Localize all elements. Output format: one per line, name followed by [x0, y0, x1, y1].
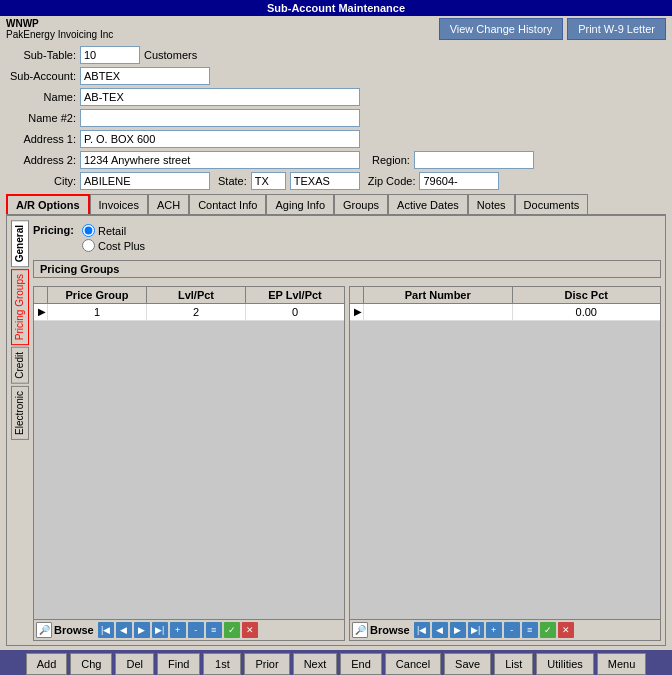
left-grid-header: Price Group Lvl/Pct EP Lvl/Pct	[34, 287, 344, 304]
right-col-disc-pct: Disc Pct	[513, 287, 661, 303]
cancel-button[interactable]: Cancel	[385, 653, 441, 675]
sub-account-input[interactable]	[80, 67, 210, 85]
browse-edit-btn[interactable]: ≡	[206, 622, 222, 638]
price-group-cell: 1	[48, 304, 147, 320]
add-button[interactable]: Add	[26, 653, 68, 675]
sub-table-label: Sub-Table:	[6, 49, 76, 61]
left-col-ep-lvl-pct: EP Lvl/Pct	[246, 287, 344, 303]
state-text-input[interactable]	[290, 172, 360, 190]
list-button[interactable]: List	[494, 653, 533, 675]
city-input[interactable]	[80, 172, 210, 190]
utilities-button[interactable]: Utilities	[536, 653, 593, 675]
left-browse-label: Browse	[54, 624, 94, 636]
tab-notes[interactable]: Notes	[468, 194, 515, 214]
lvl-pct-cell: 2	[147, 304, 246, 320]
side-tab-general[interactable]: General	[11, 220, 29, 267]
browse-add-btn[interactable]: +	[170, 622, 186, 638]
browse-prev-btn[interactable]: ◀	[116, 622, 132, 638]
browse-icon-right: 🔎	[352, 622, 368, 638]
address1-input[interactable]	[80, 130, 360, 148]
pricing-options: Retail Cost Plus	[82, 224, 145, 252]
side-tab-credit[interactable]: Credit	[11, 347, 29, 384]
app-info: WNWP PakEnergy Invoicing Inc	[6, 18, 113, 40]
state-input[interactable]	[251, 172, 286, 190]
left-browse-bar: 🔎 Browse |◀ ◀ ▶ ▶| + - ≡ ✓ ✕	[34, 619, 344, 640]
tab-documents[interactable]: Documents	[515, 194, 589, 214]
tab-groups[interactable]: Groups	[334, 194, 388, 214]
left-col-lvl-pct: Lvl/Pct	[147, 287, 246, 303]
end-button[interactable]: End	[340, 653, 382, 675]
tab-invoices[interactable]: Invoices	[90, 194, 148, 214]
part-number-cell	[364, 304, 513, 320]
pricing-label: Pricing:	[33, 224, 74, 236]
address2-input[interactable]	[80, 151, 360, 169]
menu-button[interactable]: Menu	[597, 653, 647, 675]
browse-cancel-btn[interactable]: ✕	[242, 622, 258, 638]
pricing-cost-plus-label: Cost Plus	[98, 240, 145, 252]
find-button[interactable]: Find	[157, 653, 200, 675]
company-subtitle: PakEnergy Invoicing Inc	[6, 29, 113, 40]
ep-lvl-pct-cell: 0	[246, 304, 344, 320]
save-button[interactable]: Save	[444, 653, 491, 675]
table-row: ▶ 0.00	[350, 304, 660, 321]
region-label: Region:	[372, 154, 410, 166]
pricing-cost-plus-row[interactable]: Cost Plus	[82, 239, 145, 252]
r-browse-edit-btn[interactable]: ≡	[522, 622, 538, 638]
print-w9-button[interactable]: Print W-9 Letter	[567, 18, 666, 40]
r-browse-ok-btn[interactable]: ✓	[540, 622, 556, 638]
sub-account-label: Sub-Account:	[6, 70, 76, 82]
right-grid-header: Part Number Disc Pct	[350, 287, 660, 304]
side-tabs: General Pricing Groups Credit Electronic	[11, 220, 29, 641]
address1-label: Address 1:	[6, 133, 76, 145]
pricing-retail-radio[interactable]	[82, 224, 95, 237]
right-col-part-number: Part Number	[364, 287, 513, 303]
sub-table-text: Customers	[144, 49, 197, 61]
tab-active-dates[interactable]: Active Dates	[388, 194, 468, 214]
browse-last-btn[interactable]: ▶|	[152, 622, 168, 638]
city-label: City:	[6, 175, 76, 187]
sub-table-input[interactable]	[80, 46, 140, 64]
pricing-retail-label: Retail	[98, 225, 126, 237]
r-browse-cancel-btn[interactable]: ✕	[558, 622, 574, 638]
name-label: Name:	[6, 91, 76, 103]
view-change-history-button[interactable]: View Change History	[439, 18, 564, 40]
address2-label: Address 2:	[6, 154, 76, 166]
browse-ok-btn[interactable]: ✓	[224, 622, 240, 638]
name-input[interactable]	[80, 88, 360, 106]
pricing-groups-box: Pricing Groups	[33, 260, 661, 278]
pricing-cost-plus-radio[interactable]	[82, 239, 95, 252]
r-browse-add-btn[interactable]: +	[486, 622, 502, 638]
tab-contact-info[interactable]: Contact Info	[189, 194, 266, 214]
next-button[interactable]: Next	[293, 653, 338, 675]
zip-label: Zip Code:	[368, 175, 416, 187]
region-input[interactable]	[414, 151, 534, 169]
tab-ar-options[interactable]: A/R Options	[6, 194, 90, 214]
tab-aging-info[interactable]: Aging Info	[266, 194, 334, 214]
browse-next-btn[interactable]: ▶	[134, 622, 150, 638]
left-grid-body: ▶ 1 2 0	[34, 304, 344, 619]
tab-ach[interactable]: ACH	[148, 194, 189, 214]
browse-del-btn[interactable]: -	[188, 622, 204, 638]
chg-button[interactable]: Chg	[70, 653, 112, 675]
zip-input[interactable]	[419, 172, 499, 190]
name2-input[interactable]	[80, 109, 360, 127]
r-browse-first-btn[interactable]: |◀	[414, 622, 430, 638]
first-button[interactable]: 1st	[203, 653, 241, 675]
row-arrow: ▶	[34, 304, 48, 320]
r-browse-next-btn[interactable]: ▶	[450, 622, 466, 638]
side-tab-electronic[interactable]: Electronic	[11, 386, 29, 440]
right-browse-label: Browse	[370, 624, 410, 636]
r-browse-last-btn[interactable]: ▶|	[468, 622, 484, 638]
pricing-retail-row[interactable]: Retail	[82, 224, 145, 237]
del-button[interactable]: Del	[115, 653, 154, 675]
prior-button[interactable]: Prior	[244, 653, 289, 675]
right-browse-bar: 🔎 Browse |◀ ◀ ▶ ▶| + - ≡ ✓ ✕	[350, 619, 660, 640]
main-title: Sub-Account Maintenance	[267, 2, 405, 14]
right-grid-body: ▶ 0.00	[350, 304, 660, 619]
name2-label: Name #2:	[6, 112, 76, 124]
r-browse-prev-btn[interactable]: ◀	[432, 622, 448, 638]
side-tab-pricing-groups[interactable]: Pricing Groups	[11, 269, 29, 345]
bottom-toolbar: Add Chg Del Find 1st Prior Next End Canc…	[0, 650, 672, 675]
browse-first-btn[interactable]: |◀	[98, 622, 114, 638]
r-browse-del-btn[interactable]: -	[504, 622, 520, 638]
